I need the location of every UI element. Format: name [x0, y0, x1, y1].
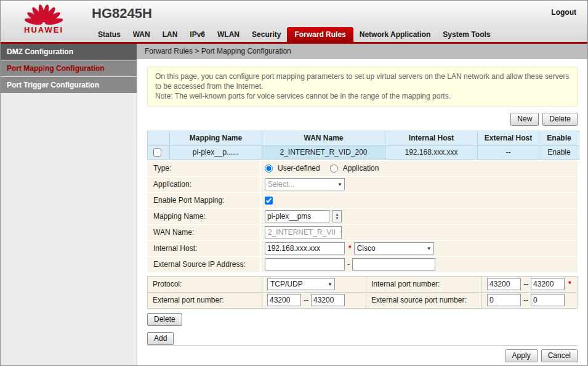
- huawei-logo: HUAWEI: [12, 2, 76, 35]
- row-wan-name: 2_INTERNET_R_VID_200: [262, 145, 385, 159]
- mapping-form: Type: User-defined Application Applicati…: [147, 161, 578, 273]
- info-line-2: Note: The well-known ports for voice ser…: [155, 91, 570, 101]
- type-label: Type:: [147, 161, 261, 176]
- header-wan-name: WAN Name: [262, 131, 385, 145]
- form-row-external-source-ip: External Source IP Address: -: [147, 257, 578, 272]
- brand-name: HUAWEI: [12, 25, 76, 35]
- protocol-cell: TCP/UDP ▼: [262, 277, 366, 292]
- external-port-cell: --: [262, 293, 366, 308]
- row-select-checkbox[interactable]: [153, 148, 161, 157]
- internal-host-input[interactable]: [265, 242, 345, 254]
- chevron-down-icon: ▼: [337, 182, 342, 187]
- breadcrumb: Forward Rules > Port Mapping Configurati…: [137, 44, 587, 59]
- enable-port-mapping-checkbox[interactable]: [265, 197, 273, 205]
- type-application-radio[interactable]: [330, 165, 338, 173]
- external-source-port-cell: --: [482, 293, 577, 308]
- external-source-port-end-input[interactable]: [531, 294, 565, 306]
- table-row[interactable]: pi-plex__p...... 2_INTERNET_R_VID_200 19…: [148, 145, 579, 159]
- mapping-name-label: Mapping Name:: [147, 209, 261, 224]
- header-mapping-name: Mapping Name: [170, 131, 262, 145]
- application-label: Application:: [147, 177, 261, 192]
- range-separator: --: [304, 296, 308, 304]
- tab-ipv6[interactable]: IPv6: [183, 28, 211, 42]
- enable-port-mapping-label: Enable Port Mapping:: [147, 193, 261, 208]
- mapping-name-input[interactable]: [265, 210, 329, 222]
- required-mark: *: [568, 280, 571, 288]
- internal-port-end-input[interactable]: [531, 278, 565, 290]
- header-external-host: External Host: [478, 131, 539, 145]
- application-select-value: Select...: [268, 180, 294, 189]
- row-external-host: --: [478, 145, 539, 159]
- cancel-button[interactable]: Cancel: [541, 349, 578, 362]
- header-internal-host: Internal Host: [385, 131, 478, 145]
- input-spinner-icon[interactable]: ▲▼: [332, 210, 342, 222]
- range-separator: -: [347, 260, 350, 269]
- tab-system-tools[interactable]: System Tools: [437, 28, 496, 42]
- row-enable-status: Enable: [539, 145, 579, 159]
- external-source-ip-start-input[interactable]: [265, 258, 345, 270]
- range-separator: --: [523, 280, 528, 288]
- chevron-down-icon: ▼: [339, 230, 342, 235]
- protocol-select-value: TCP/UDP: [270, 280, 303, 288]
- new-button[interactable]: New: [510, 113, 539, 126]
- internal-port-start-input[interactable]: [487, 278, 521, 290]
- header-enable: Enable: [539, 131, 579, 145]
- tab-lan[interactable]: LAN: [156, 28, 184, 42]
- delete-button[interactable]: Delete: [542, 113, 578, 126]
- form-row-type: Type: User-defined Application: [147, 161, 578, 176]
- huawei-flower-icon: [24, 2, 63, 25]
- external-source-ip-label: External Source IP Address:: [147, 257, 261, 272]
- internal-port-label: Internal port number:: [366, 277, 481, 292]
- type-application-label: Application: [343, 164, 379, 173]
- add-rule-row: Add: [147, 332, 578, 345]
- footer-actions: Apply Cancel: [147, 345, 578, 362]
- sidebar: DMZ Configuration Port Mapping Configura…: [1, 44, 137, 365]
- tab-security[interactable]: Security: [246, 28, 287, 42]
- main-panel: Forward Rules > Port Mapping Configurati…: [137, 44, 587, 365]
- info-box: On this page, you can configure port map…: [147, 67, 578, 107]
- form-row-application: Application: Select... ▼: [147, 177, 578, 192]
- row-checkbox-cell: [148, 145, 170, 159]
- form-row-enable-port-mapping: Enable Port Mapping:: [147, 193, 578, 208]
- wan-name-select-value: 2_INTERNET_R_VII: [268, 228, 336, 237]
- protocol-select[interactable]: TCP/UDP ▼: [267, 278, 335, 290]
- internal-host-device-select[interactable]: Cisco ▼: [354, 242, 434, 254]
- page-title: HG8245H: [92, 6, 152, 22]
- external-source-port-start-input[interactable]: [487, 294, 521, 306]
- tab-wlan[interactable]: WLAN: [211, 28, 246, 42]
- external-source-port-label: External source port number:: [366, 293, 481, 308]
- internal-port-cell: -- *: [482, 277, 577, 292]
- tab-network-application[interactable]: Network Application: [353, 28, 437, 42]
- type-user-defined-radio[interactable]: [265, 165, 273, 173]
- delete-rule-button[interactable]: Delete: [147, 313, 182, 326]
- chevron-down-icon: ▼: [427, 246, 432, 251]
- required-mark: *: [348, 244, 352, 253]
- sidebar-item-dmz-configuration[interactable]: DMZ Configuration: [1, 44, 137, 60]
- wan-name-label: WAN Name:: [147, 225, 261, 240]
- type-user-defined-label: User-defined: [278, 164, 320, 173]
- port-mapping-table: Mapping Name WAN Name Internal Host Exte…: [147, 131, 579, 160]
- content: On this page, you can configure port map…: [137, 59, 587, 365]
- external-source-ip-end-input[interactable]: [352, 258, 435, 270]
- tab-wan[interactable]: WAN: [127, 28, 156, 42]
- sidebar-item-port-trigger-configuration[interactable]: Port Trigger Configuration: [1, 77, 137, 93]
- protocol-label: Protocol:: [148, 277, 262, 292]
- application-select[interactable]: Select... ▼: [265, 178, 345, 190]
- tab-forward-rules[interactable]: Forward Rules: [287, 27, 353, 42]
- external-port-end-input[interactable]: [311, 294, 345, 306]
- info-line-1: On this page, you can configure port map…: [155, 71, 570, 91]
- delete-rule-row: Delete: [147, 313, 578, 326]
- logout-link[interactable]: Logout: [551, 8, 576, 17]
- chevron-down-icon: ▼: [328, 282, 332, 287]
- row-mapping-name: pi-plex__p......: [170, 145, 262, 159]
- port-settings-grid: Protocol: TCP/UDP ▼ Internal port number…: [147, 276, 578, 309]
- external-port-start-input[interactable]: [267, 294, 301, 306]
- router-admin-page: HUAWEI HG8245H Logout Status WAN LAN IPv…: [0, 0, 588, 366]
- add-rule-button[interactable]: Add: [147, 332, 174, 345]
- sidebar-item-port-mapping-configuration[interactable]: Port Mapping Configuration: [1, 60, 137, 76]
- tab-status[interactable]: Status: [92, 28, 127, 42]
- range-separator: --: [523, 296, 528, 304]
- apply-button[interactable]: Apply: [505, 349, 538, 362]
- internal-host-label: Internal Host:: [147, 241, 261, 256]
- wan-name-select[interactable]: 2_INTERNET_R_VII ▼: [265, 226, 342, 238]
